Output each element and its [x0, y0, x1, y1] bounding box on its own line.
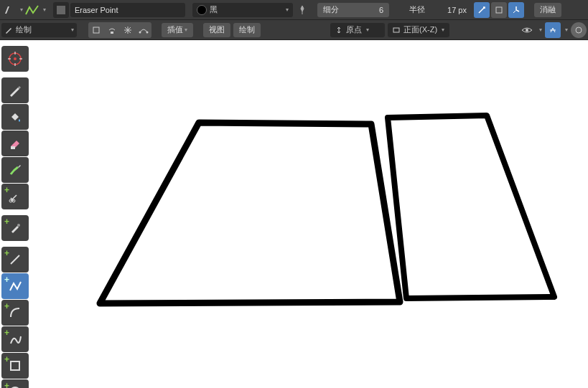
polyline-tool[interactable]: + [1, 273, 29, 299]
color-dropdown[interactable]: 黑 ▾ [192, 3, 293, 17]
origin-label: 原点 [346, 24, 362, 35]
select-point-icon[interactable] [88, 22, 104, 38]
draw-menu[interactable]: 绘制 [233, 23, 261, 37]
plus-badge-icon: + [4, 275, 9, 284]
interpolate-menu[interactable]: 插值 ▾ [162, 23, 193, 37]
plus-badge-icon: + [4, 249, 9, 257]
draw-label: 绘制 [239, 24, 255, 35]
chevron-down-icon: ▾ [539, 27, 542, 33]
view-menu[interactable]: 视图 [203, 23, 230, 37]
gizmo-toggle-icon[interactable] [545, 22, 561, 38]
brush-preview-icon[interactable] [53, 2, 69, 18]
svg-point-7 [526, 29, 528, 32]
svg-rect-11 [11, 146, 15, 149]
color-label: 黑 [210, 4, 218, 15]
plane-icon [392, 26, 401, 34]
svg-point-10 [14, 57, 17, 60]
chevron-down-icon: ▾ [565, 27, 568, 33]
dissolve-label: 消融 [540, 4, 556, 15]
selection-mode-group [88, 22, 151, 38]
svg-point-4 [139, 31, 141, 33]
cutter-tool[interactable]: + [1, 184, 29, 209]
tint-tool[interactable] [1, 157, 29, 183]
origin-dropdown[interactable]: 原点 ▾ [330, 23, 385, 37]
plus-badge-icon: + [4, 355, 9, 364]
viewport-canvas[interactable] [30, 40, 588, 388]
eyedropper-tool[interactable]: + [1, 215, 29, 241]
polyline-tool-icon[interactable] [24, 2, 40, 18]
left-toolbar: + + + + + + + + [1, 46, 29, 388]
svg-line-15 [11, 255, 19, 264]
chevron-down-icon: ▾ [71, 27, 74, 33]
svg-rect-2 [93, 27, 99, 33]
chevron-down-icon: ▾ [286, 6, 289, 13]
subdivide-field[interactable]: 细分 6 [317, 3, 389, 17]
orientation-dropdown[interactable]: 正面(X-Z) ▾ [388, 23, 449, 37]
dissolve-button[interactable]: 消融 [534, 3, 561, 17]
svg-point-5 [146, 31, 149, 33]
interpolate-label: 插值 [167, 24, 183, 35]
arc-tool[interactable]: + [1, 300, 29, 326]
select-stroke-icon[interactable] [104, 22, 120, 38]
erase-tool[interactable] [1, 131, 29, 156]
mode-dropdown[interactable]: 绘制 ▾ [1, 23, 77, 37]
subdivide-label: 细分 [317, 4, 345, 15]
svg-rect-16 [11, 361, 19, 370]
fill-tool[interactable] [1, 104, 29, 130]
svg-rect-0 [57, 6, 65, 14]
plus-badge-icon: + [4, 186, 9, 194]
chevron-down-icon: ▾ [366, 27, 369, 33]
subdivide-value: 6 [368, 6, 389, 14]
overlay-toggle-icon[interactable] [571, 22, 587, 38]
chevron-down-icon: ▾ [43, 6, 46, 13]
brush-name-text: Eraser Point [75, 6, 118, 14]
cursor-tool[interactable] [1, 46, 29, 72]
orientation-label: 正面(X-Z) [403, 24, 437, 35]
draw-tool[interactable] [1, 77, 29, 103]
svg-point-14 [17, 224, 20, 227]
plus-badge-icon: + [4, 382, 9, 388]
view-label: 视图 [209, 24, 225, 35]
box-tool[interactable]: + [1, 353, 29, 379]
visibility-toggle-icon[interactable] [519, 22, 535, 38]
stabilize-toggle-icon[interactable] [508, 2, 524, 18]
radius-value: 17 px [442, 6, 472, 14]
origin-icon [335, 26, 343, 34]
pencil-icon [4, 26, 13, 34]
radius-field[interactable]: 半径 17 px [403, 3, 472, 17]
strength-toggle-icon[interactable] [491, 2, 507, 18]
plus-badge-icon: + [4, 328, 9, 337]
svg-point-8 [576, 27, 582, 33]
chevron-down-icon: ▾ [442, 27, 444, 33]
header-toolbar-1: ▾ ▾ Eraser Point 黑 ▾ 细分 6 半径 17 px 消融 [0, 0, 588, 20]
chevron-down-icon: ▾ [185, 27, 187, 33]
curve-tool[interactable]: + [1, 326, 29, 352]
brush-name-field[interactable]: Eraser Point [70, 3, 185, 17]
radius-label: 半径 [403, 4, 431, 15]
circle-tool[interactable]: + [1, 379, 29, 388]
chevron-down-icon: ▾ [20, 6, 23, 13]
color-swatch-icon [197, 5, 207, 15]
pressure-toggle-icon[interactable] [474, 2, 490, 18]
header-toolbar-2: 绘制 ▾ 插值 ▾ 视图 绘制 原点 ▾ 正面(X-Z) ▾ [0, 20, 588, 40]
select-segment-icon[interactable] [120, 22, 136, 38]
plus-badge-icon: + [4, 217, 9, 226]
mode-label: 绘制 [16, 24, 32, 35]
grease-pencil-icon[interactable] [1, 2, 17, 18]
line-tool[interactable]: + [1, 247, 29, 273]
pin-icon[interactable] [294, 2, 310, 18]
plus-badge-icon: + [4, 302, 9, 311]
curve-edit-icon[interactable] [136, 22, 151, 38]
svg-rect-1 [496, 7, 502, 13]
svg-rect-6 [393, 28, 399, 32]
svg-rect-3 [111, 32, 113, 34]
drawing-content [30, 40, 588, 388]
